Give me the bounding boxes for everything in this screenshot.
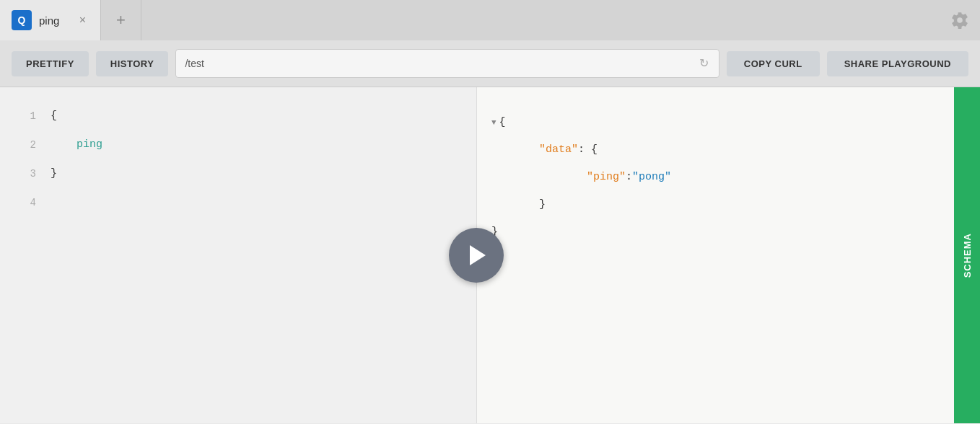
json-line-4: } <box>491 191 937 218</box>
url-input[interactable] <box>185 58 691 69</box>
json-line-5: } <box>491 218 937 246</box>
response-panel: ▼ { "data" : { "ping" : "pong" } } <box>476 87 980 423</box>
tab-icon: Q <box>12 10 32 30</box>
line-number-3: 3 <box>14 159 36 188</box>
json-line-2: "data" : { <box>491 136 937 164</box>
schema-label: SCHEMA <box>962 233 973 278</box>
query-panel: 1 { 2 ping 3 } 4 <box>0 87 476 423</box>
settings-button[interactable] <box>940 0 980 40</box>
tab-bar: Q ping × + <box>0 0 980 40</box>
tab-close-button[interactable]: × <box>76 13 89 27</box>
share-playground-button[interactable]: SHARE PLAYGROUND <box>827 51 968 76</box>
code-line-1: 1 { <box>14 102 476 131</box>
toolbar: PRETTIFY HISTORY ↻ COPY CURL SHARE PLAYG… <box>0 40 980 87</box>
main-content: 1 { 2 ping 3 } 4 ▼ { <box>0 87 980 423</box>
play-button[interactable] <box>449 228 504 283</box>
copy-curl-button[interactable]: COPY CURL <box>727 51 820 76</box>
json-line-3: "ping" : "pong" <box>491 164 937 191</box>
code-line-2: 2 ping <box>14 131 476 159</box>
collapse-arrow[interactable]: ▼ <box>491 109 496 136</box>
code-content-3: } <box>51 159 57 188</box>
url-input-wrapper: ↻ <box>175 49 719 78</box>
json-line-1: ▼ { <box>491 109 937 136</box>
line-number-4: 4 <box>14 188 36 217</box>
url-reset-button[interactable]: ↻ <box>698 56 710 71</box>
tab-label: ping <box>39 14 69 27</box>
code-line-4: 4 <box>14 188 476 217</box>
json-response: ▼ { "data" : { "ping" : "pong" } } <box>491 102 937 246</box>
code-content-2: ping <box>51 131 102 159</box>
line-number-1: 1 <box>14 102 36 131</box>
gear-icon <box>950 11 969 30</box>
history-button[interactable]: HISTORY <box>96 51 169 76</box>
prettify-button[interactable]: PRETTIFY <box>12 51 89 76</box>
play-icon <box>470 245 486 265</box>
code-editor[interactable]: 1 { 2 ping 3 } 4 <box>14 102 476 217</box>
code-content-1: { <box>51 102 57 131</box>
new-tab-button[interactable]: + <box>101 0 141 40</box>
tab-ping[interactable]: Q ping × <box>0 0 101 40</box>
line-number-2: 2 <box>14 131 36 159</box>
code-line-3: 3 } <box>14 159 476 188</box>
schema-sidebar[interactable]: SCHEMA <box>954 87 980 423</box>
